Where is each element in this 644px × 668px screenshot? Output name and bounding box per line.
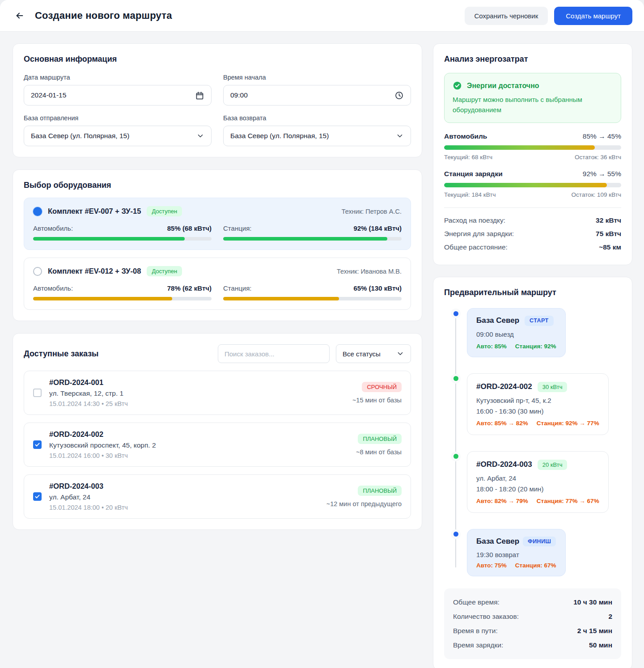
order-info: #ORD-2024-003 ул. Арбат, 24 15.01.2024 1… <box>49 482 319 511</box>
equipment-option-ev007[interactable]: Комплект #EV-007 + ЗУ-15 Доступен Техник… <box>24 198 411 250</box>
start-time-input[interactable] <box>223 85 411 106</box>
orders-count-row: Количество заказов: 2 <box>453 609 612 624</box>
total-time-row: Общее время: 10 ч 30 мин <box>453 595 612 609</box>
order-row-001[interactable]: #ORD-2024-001 ул. Тверская, 12, стр. 1 1… <box>24 371 411 415</box>
radio-button[interactable] <box>33 207 42 216</box>
basic-info-title: Основная информация <box>24 55 411 64</box>
stat-label: Энергия для зарядки: <box>444 230 514 238</box>
stop-card-finish[interactable]: База Север ФИНИШ 19:30 возврат Авто: 75%… <box>467 529 566 577</box>
car-energy-label: Автомобиль <box>444 132 487 140</box>
station-meter-label: Станция: <box>223 224 251 232</box>
stop-address: ул. Арбат, 24 <box>476 474 599 482</box>
summary-label: Общее время: <box>453 598 500 606</box>
availability-badge: Доступен <box>147 266 182 276</box>
station-progress-bar <box>223 297 402 300</box>
order-row-002[interactable]: #ORD-2024-002 Кутузовский проспект, 45, … <box>24 423 411 467</box>
summary-label: Время в пути: <box>453 627 498 635</box>
station-meter: Станция: 65% (130 кВтч) <box>223 284 402 300</box>
car-meter-label: Автомобиль: <box>33 284 73 292</box>
order-address: ул. Арбат, 24 <box>49 493 319 501</box>
car-meter: Автомобиль: 78% (62 кВтч) <box>33 284 212 300</box>
chevron-down-icon <box>396 132 404 140</box>
finish-badge: ФИНИШ <box>523 537 556 547</box>
order-checkbox[interactable] <box>33 389 42 397</box>
start-time-label: Время начала <box>223 74 411 81</box>
summary-value: 2 <box>608 613 612 621</box>
main-content: Основная информация Дата маршрута Время … <box>0 32 644 668</box>
chevron-down-icon <box>196 132 204 140</box>
station-energy-change: 92% → 55% <box>583 170 621 178</box>
depart-base-select[interactable]: База Север (ул. Полярная, 15) <box>24 126 212 146</box>
car-meter-value: 78% (62 кВтч) <box>167 284 212 292</box>
order-id: #ORD-2024-002 <box>49 430 348 439</box>
order-row-003[interactable]: #ORD-2024-003 ул. Арбат, 24 15.01.2024 1… <box>24 474 411 519</box>
route-preview-title: Предварительный маршрут <box>444 288 621 297</box>
car-meter: Автомобиль: 85% (68 кВтч) <box>33 224 212 241</box>
start-badge: СТАРТ <box>525 316 553 326</box>
page-title: Создание нового маршрута <box>35 10 172 21</box>
energy-status-message: Маршрут можно выполнить с выбранным обор… <box>453 95 613 115</box>
car-energy-remaining: Остаток: 36 кВтч <box>575 154 621 161</box>
stat-value: ~85 км <box>599 243 621 251</box>
stop-card-start[interactable]: База Север СТАРТ 09:00 выезд Авто: 85% С… <box>467 308 566 357</box>
stop-energy-car: Авто: 75% <box>476 562 507 569</box>
energy-badge: 30 кВтч <box>538 382 568 392</box>
calendar-icon[interactable] <box>195 91 204 100</box>
station-progress-bar <box>223 237 402 241</box>
return-base-select[interactable]: База Север (ул. Полярная, 15) <box>223 126 411 146</box>
basic-info-fields: Дата маршрута Время начала <box>24 74 411 146</box>
equipment-meters: Автомобиль: 85% (68 кВтч) Станция: 92% (… <box>33 224 402 241</box>
route-date-label: Дата маршрута <box>24 74 212 81</box>
order-search[interactable] <box>218 344 330 363</box>
start-time-field: Время начала <box>223 74 411 106</box>
stop-time-window: 18:00 - 18:20 (20 мин) <box>476 485 599 493</box>
order-status-badge: ПЛАНОВЫЙ <box>358 486 402 496</box>
order-info: #ORD-2024-001 ул. Тверская, 12, стр. 1 1… <box>49 378 345 407</box>
route-date-input[interactable] <box>24 85 212 106</box>
car-energy-bar <box>444 145 621 150</box>
order-id: #ORD-2024-001 <box>49 378 345 387</box>
orders-header: Доступные заказы Все статусы <box>24 344 411 363</box>
create-route-button[interactable]: Создать маршрут <box>554 7 632 25</box>
equipment-option-ev012[interactable]: Комплект #EV-012 + ЗУ-08 Доступен Техник… <box>24 258 411 310</box>
save-draft-button[interactable]: Сохранить черновик <box>465 7 548 25</box>
route-stop-ord-003: #ORD-2024-003 20 кВтч ул. Арбат, 24 18:0… <box>444 451 621 513</box>
station-energy-current: Текущий: 184 кВтч <box>444 191 496 198</box>
chevron-down-icon <box>396 350 404 358</box>
status-filter-value: Все статусы <box>343 350 381 358</box>
order-datetime: 15.01.2024 16:00 • 30 кВтч <box>49 452 348 459</box>
page-header: Создание нового маршрута Сохранить черно… <box>0 0 644 32</box>
radio-button[interactable] <box>33 267 42 276</box>
stat-value: 32 кВтч <box>596 216 621 224</box>
order-id: #ORD-2024-003 <box>49 482 319 490</box>
car-energy-meter: Автомобиль 85% → 45% Текущий: 68 кВтч Ос… <box>444 132 621 161</box>
station-meter-label: Станция: <box>223 284 251 292</box>
status-filter-select[interactable]: Все статусы <box>336 344 411 363</box>
return-base-field: База возврата База Север (ул. Полярная, … <box>223 114 411 146</box>
route-stop-finish: База Север ФИНИШ 19:30 возврат Авто: 75%… <box>444 529 621 577</box>
route-timeline: База Север СТАРТ 09:00 выезд Авто: 85% С… <box>444 308 621 576</box>
order-datetime: 15.01.2024 14:30 • 25 кВтч <box>49 400 345 407</box>
order-side: СРОЧНЫЙ ~15 мин от базы <box>352 382 402 404</box>
stop-name: #ORD-2024-003 <box>476 460 532 469</box>
depart-base-value: База Север (ул. Полярная, 15) <box>31 132 129 140</box>
timeline-dot-green <box>451 452 461 461</box>
stop-card-order[interactable]: #ORD-2024-003 20 кВтч ул. Арбат, 24 18:0… <box>467 451 609 513</box>
order-checkbox[interactable] <box>33 440 42 449</box>
order-checkbox[interactable] <box>33 492 42 501</box>
route-date-value[interactable] <box>31 91 195 99</box>
arrow-left-icon <box>15 11 25 21</box>
car-energy-change: 85% → 45% <box>583 132 621 140</box>
stop-card-order[interactable]: #ORD-2024-002 30 кВтч Кутузовский пр-т, … <box>467 373 609 435</box>
clock-icon[interactable] <box>394 91 404 100</box>
back-button[interactable] <box>12 8 28 24</box>
equipment-option-header: Комплект #EV-012 + ЗУ-08 Доступен Техник… <box>33 266 402 276</box>
route-preview-card: Предварительный маршрут База Север СТАРТ… <box>433 277 632 668</box>
station-energy-bar <box>444 183 621 187</box>
start-time-value[interactable] <box>230 91 394 99</box>
stop-energy-car: Авто: 82% → 79% <box>476 498 528 504</box>
route-date-field: Дата маршрута <box>24 74 212 106</box>
order-search-input[interactable] <box>225 350 323 358</box>
availability-badge: Доступен <box>147 206 182 216</box>
technician-label: Техник: Петров А.С. <box>342 208 402 215</box>
